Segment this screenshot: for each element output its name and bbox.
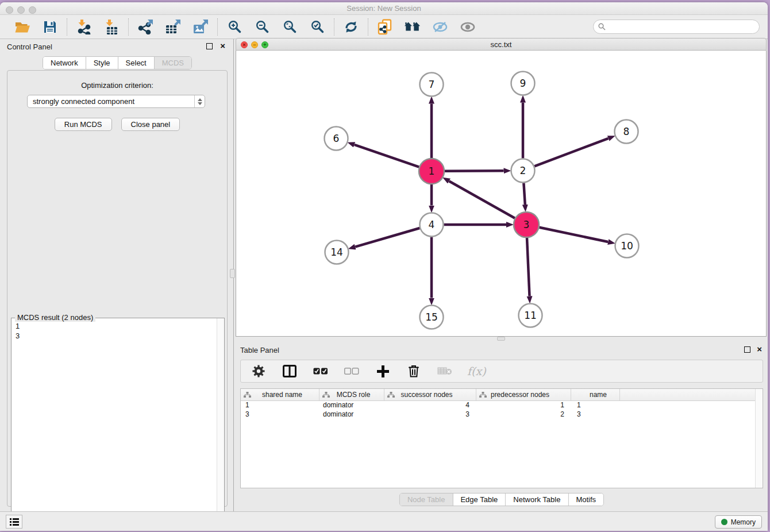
hide-details-icon[interactable] <box>432 18 449 36</box>
close-table-panel-icon[interactable]: × <box>757 344 762 354</box>
table-cell: 1 <box>476 401 571 410</box>
node-label-1: 1 <box>429 165 435 177</box>
control-panel-tabs: Network Style Select MCDS <box>43 56 192 70</box>
tab-style[interactable]: Style <box>86 57 118 69</box>
criterion-select[interactable]: strongly connected component <box>27 95 205 108</box>
window-titlebar: Session: New Session <box>0 2 768 15</box>
horizontal-splitter-handle[interactable] <box>497 337 505 341</box>
add-column-icon[interactable] <box>374 363 391 380</box>
export-image-icon[interactable] <box>192 18 209 36</box>
table-tabs: Node Table Edge Table Network Table Moti… <box>399 493 604 506</box>
table-cell: 3 <box>384 410 476 419</box>
table-cell: 1 <box>571 401 620 410</box>
table-row[interactable]: 1dominator411 <box>241 401 763 410</box>
node-label-6: 6 <box>333 133 340 144</box>
column-header-predecessor-nodes[interactable]: predecessor nodes <box>476 389 571 400</box>
home-view-icon[interactable] <box>404 18 421 36</box>
tree-icon <box>387 392 395 398</box>
network-bottom-strip <box>236 337 767 341</box>
edge-3-1[interactable] <box>449 181 514 218</box>
edge-1-6[interactable] <box>355 145 419 167</box>
search-input[interactable] <box>609 23 754 31</box>
mcds-result-scrollbar[interactable] <box>217 318 224 531</box>
import-table-icon[interactable] <box>103 18 120 36</box>
float-panel-icon[interactable] <box>206 43 213 49</box>
table-cell: 4 <box>384 401 476 410</box>
table-cell: 1 <box>241 401 319 410</box>
tab-select[interactable]: Select <box>118 57 155 69</box>
search-box[interactable] <box>593 20 760 34</box>
select-all-icon[interactable] <box>312 363 329 380</box>
node-table: shared name MCDS role successor nodes pr… <box>240 388 763 488</box>
tab-network[interactable]: Network <box>43 57 86 69</box>
column-header-name[interactable]: name <box>571 389 620 400</box>
column-header-shared-name[interactable]: shared name <box>241 389 319 400</box>
mcds-panel: Optimization criterion: strongly connect… <box>7 70 228 507</box>
show-columns-icon[interactable] <box>281 363 298 380</box>
node-label-4: 4 <box>429 219 435 230</box>
node-label-3: 3 <box>523 219 530 230</box>
export-network-icon[interactable] <box>137 18 154 36</box>
edge-4-14[interactable] <box>355 228 419 247</box>
edge-2-3[interactable] <box>523 183 525 205</box>
delete-table-icon <box>436 363 453 380</box>
table-body: 1dominator4113dominator323 <box>241 401 763 419</box>
table-row[interactable]: 3dominator323 <box>241 410 763 419</box>
app-window: Session: New Session <box>0 2 768 531</box>
control-panel: Control Panel × Network Style Select MCD… <box>2 39 232 510</box>
deselect-all-icon[interactable] <box>343 363 360 380</box>
show-details-icon[interactable] <box>459 18 476 36</box>
node-label-9: 9 <box>520 78 526 89</box>
close-panel-icon[interactable]: × <box>220 41 225 51</box>
table-settings-gear-icon[interactable] <box>250 363 267 380</box>
edge-1-2[interactable] <box>445 171 504 171</box>
tab-mcds[interactable]: MCDS <box>155 57 191 69</box>
node-label-8: 8 <box>623 126 630 137</box>
copy-network-icon[interactable] <box>376 18 394 36</box>
zoom-fit-icon[interactable] <box>281 18 298 36</box>
mcds-result-group: MCDS result (2 nodes) 1 3 <box>11 318 225 531</box>
column-header-mcds-role[interactable]: MCDS role <box>319 389 384 400</box>
run-mcds-button[interactable]: Run MCDS <box>55 118 112 131</box>
tab-node-table[interactable]: Node Table <box>400 494 453 506</box>
column-header-successor-nodes[interactable]: successor nodes <box>384 389 476 400</box>
mcds-result-text[interactable]: 1 3 <box>11 319 216 531</box>
export-table-icon[interactable] <box>164 18 182 36</box>
memory-button[interactable]: Memory <box>715 515 762 529</box>
open-session-icon[interactable] <box>14 18 31 36</box>
node-label-2: 2 <box>520 165 526 176</box>
network-canvas[interactable]: 7968124314101511 <box>236 51 767 337</box>
zoom-selected-icon[interactable] <box>309 18 326 36</box>
table-panel-title: Table Panel <box>240 346 279 354</box>
memory-status-icon <box>721 519 727 525</box>
zoom-out-icon[interactable] <box>253 18 271 36</box>
control-panel-title: Control Panel <box>7 43 52 51</box>
panel-splitter-handle[interactable] <box>230 269 235 278</box>
network-window-titlebar[interactable]: × − + scc.txt <box>236 38 767 51</box>
save-session-icon[interactable] <box>41 18 59 36</box>
edge-2-8[interactable] <box>534 138 609 167</box>
network-graph[interactable]: 7968124314101511 <box>236 51 766 336</box>
import-network-icon[interactable] <box>75 18 93 36</box>
table-cell: dominator <box>319 401 384 410</box>
node-label-7: 7 <box>429 79 435 90</box>
table-scrollbar[interactable] <box>755 389 763 488</box>
tab-network-table[interactable]: Network Table <box>506 494 568 506</box>
tab-edge-table[interactable]: Edge Table <box>453 494 506 506</box>
task-history-button[interactable] <box>6 515 22 529</box>
table-cell: dominator <box>319 410 384 419</box>
close-panel-button[interactable]: Close panel <box>121 118 180 131</box>
float-table-panel-icon[interactable] <box>744 346 750 353</box>
delete-column-icon[interactable] <box>405 363 422 380</box>
tab-motifs[interactable]: Motifs <box>568 494 603 506</box>
memory-label: Memory <box>731 518 756 526</box>
node-label-14: 14 <box>330 246 343 258</box>
edge-3-10[interactable] <box>540 228 609 242</box>
table-panel: Table Panel × <box>236 342 768 511</box>
optimization-criterion-label: Optimization criterion: <box>7 81 227 90</box>
edge-3-11[interactable] <box>527 238 529 296</box>
table-header-row: shared name MCDS role successor nodes pr… <box>241 389 763 401</box>
list-icon <box>9 518 20 526</box>
zoom-in-icon[interactable] <box>226 18 243 36</box>
refresh-layout-icon[interactable] <box>342 18 360 36</box>
